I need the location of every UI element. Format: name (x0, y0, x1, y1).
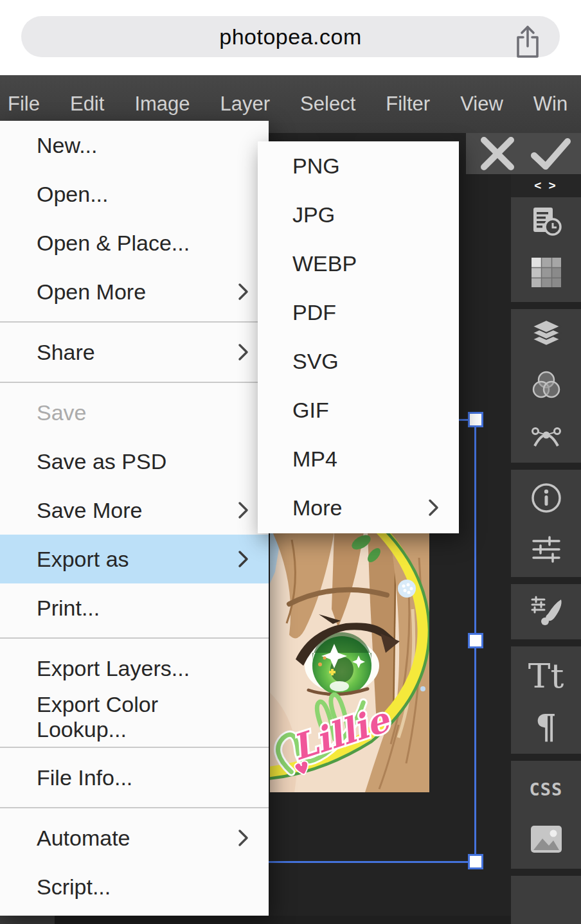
menu-item-save-as-psd[interactable]: Save as PSD (0, 437, 269, 486)
confirm-check-icon[interactable] (529, 136, 571, 171)
submenu-chevron-icon (238, 828, 249, 848)
menubar-item-file[interactable]: File (8, 93, 40, 116)
submenu-chevron-icon (238, 549, 249, 569)
cancel-x-icon[interactable] (476, 136, 519, 171)
browser-chrome: photopea.com (0, 0, 581, 75)
menu-item-automate[interactable]: Automate (0, 813, 269, 862)
menu-item-share[interactable]: Share (0, 328, 269, 377)
brush-settings-icon[interactable] (511, 592, 581, 628)
character-icon-glyph: Tt (528, 657, 564, 695)
toolbar-separator (511, 577, 581, 584)
menu-item-export-as[interactable]: Export as (0, 535, 269, 583)
menu-item-export-layers[interactable]: Export Layers... (0, 644, 269, 693)
menu-item-print[interactable]: Print... (0, 583, 269, 632)
file-menu: New... Open... Open & Place... Open More… (0, 121, 269, 916)
transform-handle[interactable] (468, 633, 483, 648)
toolbar-separator (511, 869, 581, 876)
screen: photopea.com File Edit Image Layer Selec… (0, 0, 581, 924)
menu-item-file-info[interactable]: File Info... (0, 753, 269, 802)
submenu-item-gif[interactable]: GIF (258, 386, 459, 434)
paragraph-icon-glyph: ¶ (535, 707, 557, 746)
menu-item-save-more[interactable]: Save More (0, 486, 269, 535)
history-icon[interactable] (511, 204, 581, 240)
menu-item-open-more[interactable]: Open More (0, 267, 269, 316)
adjustments-icon[interactable] (511, 531, 581, 567)
image-icon[interactable] (511, 821, 581, 857)
menubar-item-window[interactable]: Win (533, 93, 568, 116)
url-bar[interactable]: photopea.com (21, 16, 560, 57)
submenu-chevron-icon (238, 342, 249, 362)
bottom-bar (55, 916, 511, 924)
menu-item-open[interactable]: Open... (0, 170, 269, 218)
canvas-artwork[interactable]: Lillie (270, 532, 429, 792)
submenu-chevron-icon (428, 498, 440, 517)
paths-icon[interactable] (511, 418, 581, 454)
layers-icon[interactable] (511, 317, 581, 353)
menu-item-export-color-lookup[interactable]: Export Color Lookup... (0, 693, 269, 742)
menubar-item-layer[interactable]: Layer (220, 93, 271, 116)
toolbar-separator (511, 302, 581, 309)
pattern-grid-icon[interactable] (511, 254, 581, 290)
url-text: photopea.com (219, 24, 362, 49)
export-as-submenu: PNG JPG WEBP PDF SVG GIF MP4 More (258, 141, 459, 533)
submenu-item-more[interactable]: More (258, 483, 459, 532)
panel-toggle-label: < > (534, 179, 557, 193)
submenu-item-png[interactable]: PNG (258, 141, 459, 190)
bottom-bar (0, 916, 55, 924)
info-icon[interactable] (511, 480, 581, 516)
submenu-item-jpg[interactable]: JPG (258, 190, 459, 239)
css-icon[interactable]: CSS (511, 771, 581, 807)
menu-separator (0, 316, 269, 328)
toolbar-separator (511, 463, 581, 470)
transform-handle[interactable] (468, 854, 483, 869)
transform-handle[interactable] (468, 412, 483, 427)
menu-item-save: Save (0, 388, 269, 437)
menubar-item-select[interactable]: Select (300, 93, 355, 116)
menu-item-script[interactable]: Script... (0, 862, 269, 911)
menu-item-new[interactable]: New... (0, 121, 269, 170)
toolbar-separator (511, 639, 581, 646)
menubar-item-view[interactable]: View (460, 93, 503, 116)
menu-separator (0, 377, 269, 388)
share-icon[interactable] (514, 23, 542, 60)
toolbar-separator (511, 754, 581, 761)
submenu-item-pdf[interactable]: PDF (258, 288, 459, 337)
paragraph-icon[interactable]: ¶ (511, 708, 581, 744)
css-icon-glyph: CSS (530, 779, 563, 799)
menu-separator (0, 632, 269, 644)
submenu-item-svg[interactable]: SVG (258, 337, 459, 386)
menubar-item-image[interactable]: Image (134, 93, 190, 116)
menu-separator (0, 802, 269, 813)
panel-collapse-strip[interactable]: < > (511, 174, 581, 197)
channels-icon[interactable] (511, 368, 581, 404)
submenu-item-webp[interactable]: WEBP (258, 239, 459, 288)
right-toolbar: Tt ¶ CSS < > (511, 174, 581, 924)
menubar-item-filter[interactable]: Filter (386, 93, 430, 116)
transform-confirm-bar (466, 133, 581, 174)
menu-separator (0, 742, 269, 753)
menubar-item-edit[interactable]: Edit (70, 93, 104, 116)
menu-item-open-place[interactable]: Open & Place... (0, 218, 269, 267)
submenu-item-mp4[interactable]: MP4 (258, 434, 459, 483)
submenu-chevron-icon (238, 282, 249, 301)
submenu-chevron-icon (238, 501, 249, 520)
character-icon[interactable]: Tt (511, 658, 581, 694)
